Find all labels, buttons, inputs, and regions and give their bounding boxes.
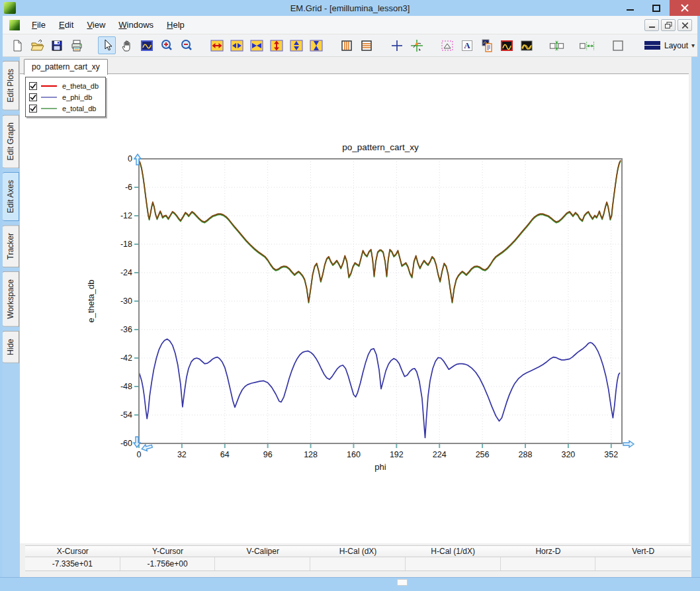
vertical-gridlines-button[interactable]	[337, 36, 355, 54]
legend-line-sample	[41, 108, 57, 109]
maximize-button[interactable]	[643, 0, 670, 16]
window-title: EM.Grid - [emillumina_lesson3]	[0, 3, 700, 13]
mdi-minimize-button[interactable]	[644, 19, 659, 31]
crosshair-button[interactable]	[388, 36, 406, 54]
x-tick-label: 224	[433, 450, 447, 459]
print-button[interactable]	[67, 36, 85, 54]
toolbar: ALayout▾	[3, 34, 697, 57]
x-tick-label: 64	[220, 450, 230, 459]
legend-item: e_total_db	[29, 103, 99, 114]
cursor-arrow-origin[interactable]	[141, 443, 153, 452]
vertical-spacing-icon	[548, 38, 565, 53]
x-tick-label: 320	[561, 450, 575, 459]
save-file-button[interactable]	[48, 36, 66, 54]
menu-help[interactable]: Help	[160, 17, 191, 32]
print-icon	[69, 38, 84, 53]
legend-checkbox[interactable]	[29, 105, 37, 113]
y-tick-label: -6	[125, 183, 132, 192]
cursor-arrow-bottom-right[interactable]	[623, 441, 634, 447]
legend-checkbox[interactable]	[29, 93, 37, 101]
mdi-restore-button[interactable]	[661, 19, 676, 31]
shrink-x-button[interactable]	[247, 36, 265, 54]
status-column-horz-d: Horz-D	[501, 546, 596, 557]
expand-y-button[interactable]	[267, 36, 285, 54]
x-tick-label: 32	[177, 450, 187, 459]
spread-y-icon	[289, 38, 304, 53]
y-tick-label: -54	[120, 410, 132, 420]
mdi-close-button[interactable]	[678, 19, 692, 31]
plot-report-icon	[480, 38, 494, 53]
x-tick-label: 352	[604, 450, 618, 459]
plot-overlay-icon	[519, 38, 534, 53]
window-border-right-panel	[691, 57, 700, 591]
status-column-h-cal-1-dx-: H-Cal (1/dX)	[406, 546, 501, 557]
menu-windows[interactable]: Windows	[112, 17, 160, 32]
zoom-region-button[interactable]	[138, 36, 155, 54]
mdi-minimize-icon	[649, 23, 655, 28]
menu-edit[interactable]: Edit	[52, 17, 80, 32]
new-file-icon	[10, 38, 24, 53]
zoom-in-button[interactable]	[157, 36, 175, 54]
y-tick-label: -48	[120, 382, 132, 391]
spread-x-button[interactable]	[228, 36, 245, 54]
tracker-axes-button[interactable]	[408, 36, 425, 54]
shrink-x-icon	[249, 38, 264, 53]
sidebar-tab-workspace[interactable]: Workspace	[3, 271, 19, 327]
minimize-icon	[627, 5, 634, 12]
horizontal-gridlines-icon	[359, 38, 374, 53]
legend-label: e_theta_db	[62, 82, 99, 90]
plain-frame-button[interactable]	[609, 36, 627, 54]
y-tick-label: -12	[120, 211, 132, 220]
select-arrow-button[interactable]	[98, 36, 116, 54]
sidebar-tab-hide[interactable]: Hide	[3, 331, 19, 363]
x-axis-label: phi	[374, 462, 386, 472]
plot-overlay-button[interactable]	[517, 36, 535, 54]
chart-legend: e_theta_dbe_phi_dbe_total_db	[25, 77, 106, 117]
zoom-in-icon	[159, 38, 174, 53]
sidebar-tab-edit-plots[interactable]: Edit Plots	[3, 61, 19, 111]
menu-view[interactable]: View	[80, 17, 112, 32]
horizontal-gridlines-button[interactable]	[357, 36, 375, 54]
legend-line-sample	[41, 85, 57, 87]
zoom-out-button[interactable]	[177, 36, 195, 54]
status-column-h-cal-dx-: H-Cal (dX)	[310, 546, 406, 557]
legend-label: e_phi_db	[62, 93, 92, 101]
text-tool-button[interactable]: A	[458, 36, 476, 54]
vertical-spacing-button[interactable]	[548, 36, 566, 54]
expand-y-icon	[269, 38, 284, 53]
spread-y-button[interactable]	[287, 36, 305, 54]
tab-po-pattern-cart-xy[interactable]: po_pattern_cart_xy	[24, 59, 108, 75]
sidebar-tab-edit-axes[interactable]: Edit Axes	[3, 172, 19, 221]
status-column-y-cursor: Y-Cursor	[120, 546, 216, 557]
legend-checkbox[interactable]	[29, 82, 37, 90]
open-file-icon	[30, 38, 44, 53]
layout-menu-button[interactable]: Layout▾	[639, 36, 700, 54]
new-file-button[interactable]	[8, 36, 26, 54]
layout-icon	[644, 41, 660, 50]
document-tab-bar: po_pattern_cart_xy	[20, 57, 689, 74]
plot-frame-button[interactable]	[498, 36, 515, 54]
minimize-button[interactable]	[617, 0, 643, 16]
expand-x-button[interactable]	[208, 36, 226, 54]
sidebar-tab-edit-graph[interactable]: Edit Graph	[3, 114, 19, 168]
select-arrow-icon	[100, 38, 114, 53]
close-button[interactable]	[670, 0, 700, 16]
svg-text:A: A	[464, 40, 470, 50]
menu-file[interactable]: File	[25, 17, 52, 32]
resize-notch[interactable]	[397, 579, 408, 586]
spread-x-icon	[230, 38, 244, 53]
x-tick-label: 288	[519, 450, 533, 459]
curve-e_phi_db	[139, 339, 620, 437]
shrink-y-button[interactable]	[307, 36, 325, 54]
layout-label: Layout	[664, 41, 688, 50]
open-file-button[interactable]	[28, 36, 46, 54]
plot-report-button[interactable]	[478, 36, 496, 54]
status-value-vert-d	[595, 557, 691, 570]
sidebar-tab-tracker[interactable]: Tracker	[3, 225, 19, 267]
horizontal-spacing-button[interactable]	[578, 36, 596, 54]
close-icon	[681, 4, 689, 12]
polygon-tool-button[interactable]	[438, 36, 456, 54]
side-tab-strip: Edit PlotsEdit GraphEdit AxesTrackerWork…	[0, 57, 20, 577]
mdi-restore-icon	[665, 22, 672, 28]
pan-hand-button[interactable]	[118, 36, 136, 54]
